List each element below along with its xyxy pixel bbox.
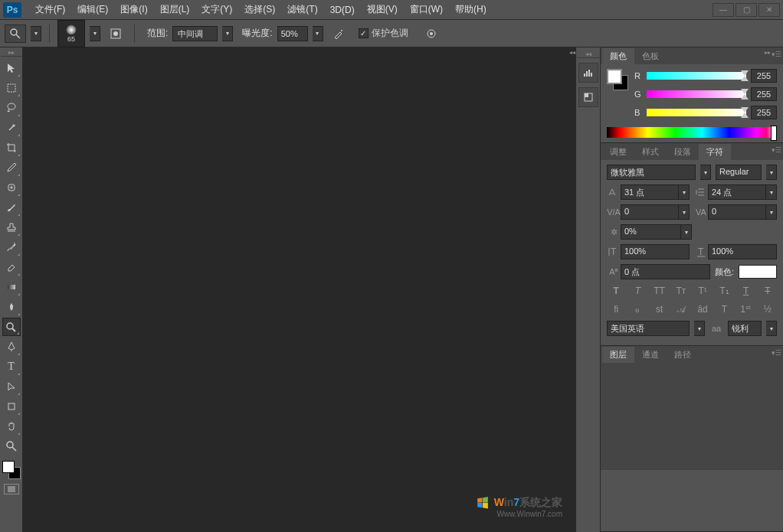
close-button[interactable]: ✕: [758, 3, 780, 17]
tab-styles[interactable]: 样式: [634, 144, 667, 160]
ot-titling[interactable]: T: [717, 302, 731, 316]
layers-panel-menu-icon[interactable]: ▾☰: [772, 349, 781, 357]
tab-layers[interactable]: 图层: [602, 347, 634, 363]
small-caps[interactable]: Tт: [674, 284, 688, 298]
ot-fractions[interactable]: ½: [761, 302, 775, 316]
type-tool[interactable]: T: [2, 357, 21, 376]
tab-channels[interactable]: 通道: [634, 347, 667, 363]
color-fg-swatch[interactable]: [607, 69, 622, 84]
minimize-button[interactable]: —: [713, 3, 734, 17]
tool-preset-icon[interactable]: [5, 24, 26, 43]
menu-help[interactable]: 帮助(H): [449, 0, 493, 19]
r-input[interactable]: [751, 69, 777, 83]
strikethrough[interactable]: T: [761, 284, 775, 298]
canvas-collapse-icon[interactable]: ◂◂: [568, 47, 576, 57]
ot-ligatures[interactable]: fi: [609, 302, 623, 316]
marquee-tool[interactable]: [2, 79, 21, 97]
leading-input[interactable]: 24 点: [708, 184, 766, 200]
info-dock-icon[interactable]: [578, 87, 598, 107]
color-collapse-icon[interactable]: ▸▸: [765, 49, 771, 56]
path-selection-tool[interactable]: [2, 377, 21, 396]
gradient-tool[interactable]: [2, 278, 21, 296]
menu-type[interactable]: 文字(Y): [195, 0, 238, 19]
menu-filter[interactable]: 滤镜(T): [281, 0, 323, 19]
toolbox-collapse[interactable]: ▸▸: [1, 49, 22, 57]
eraser-tool[interactable]: [2, 258, 21, 276]
pressure-icon[interactable]: [421, 24, 442, 43]
text-color-picker[interactable]: [739, 265, 777, 279]
language-dropdown[interactable]: ▾: [694, 321, 705, 336]
history-brush-tool[interactable]: [2, 238, 21, 256]
brush-preview[interactable]: 65: [57, 20, 85, 47]
foreground-color-swatch[interactable]: [2, 461, 15, 473]
tab-swatches[interactable]: 色板: [634, 48, 667, 64]
tab-character[interactable]: 字符: [699, 144, 731, 160]
airbrush-icon[interactable]: [328, 24, 349, 43]
g-input[interactable]: [751, 87, 777, 101]
tab-paths[interactable]: 路径: [667, 347, 699, 363]
ot-ordinals[interactable]: 1ˢᵗ: [739, 302, 753, 316]
layers-body[interactable]: [601, 363, 783, 470]
font-family-select[interactable]: 微软雅黑: [607, 165, 696, 180]
tool-preset-dropdown[interactable]: ▾: [31, 26, 41, 41]
g-slider[interactable]: [647, 90, 746, 98]
canvas-area[interactable]: ◂◂ Win7系统之家 Www.Winwin7.com: [23, 47, 576, 532]
ot-stylistic[interactable]: ād: [696, 302, 709, 316]
foreground-background-colors[interactable]: [2, 461, 21, 479]
b-slider[interactable]: [647, 109, 746, 116]
scale-input[interactable]: 0%: [621, 224, 681, 240]
exposure-input[interactable]: [277, 26, 308, 41]
exposure-dropdown[interactable]: ▾: [313, 26, 323, 41]
color-panel-menu-icon[interactable]: ▾☰: [772, 51, 781, 58]
font-family-dropdown[interactable]: ▾: [700, 165, 711, 180]
tab-adjustments[interactable]: 调整: [602, 144, 634, 160]
font-size-dropdown[interactable]: ▾: [679, 184, 690, 200]
font-style-select[interactable]: Regular: [716, 165, 762, 180]
dock-collapse[interactable]: ◂◂: [577, 51, 600, 58]
menu-3d[interactable]: 3D(D): [324, 2, 361, 18]
magic-wand-tool[interactable]: [2, 119, 21, 137]
pen-tool[interactable]: [2, 338, 21, 356]
stamp-tool[interactable]: [2, 218, 21, 237]
brush-tool[interactable]: [2, 198, 21, 217]
hscale-input[interactable]: 100%: [708, 244, 777, 259]
menu-window[interactable]: 窗口(W): [404, 0, 449, 19]
healing-tool[interactable]: [2, 178, 21, 197]
vscale-input[interactable]: 100%: [621, 244, 690, 259]
brush-dropdown[interactable]: ▾: [90, 26, 100, 41]
hand-tool[interactable]: [2, 417, 21, 436]
underline[interactable]: T: [739, 284, 753, 298]
crop-tool[interactable]: [2, 139, 21, 157]
tab-color[interactable]: 颜色: [602, 48, 634, 64]
protect-tones-checkbox[interactable]: ✓: [359, 28, 369, 38]
brush-panel-icon[interactable]: [105, 24, 126, 43]
tab-paragraph[interactable]: 段落: [667, 144, 699, 160]
font-size-input[interactable]: 31 点: [621, 184, 679, 200]
kerning-dropdown[interactable]: ▾: [679, 204, 690, 220]
kerning-input[interactable]: 0: [621, 204, 679, 220]
b-input[interactable]: [751, 106, 777, 119]
color-fg-bg-swatches[interactable]: [607, 69, 628, 90]
eyedropper-tool[interactable]: [2, 158, 21, 177]
font-style-dropdown[interactable]: ▾: [766, 165, 777, 180]
ot-discretionary[interactable]: st: [653, 302, 667, 316]
faux-italic[interactable]: T: [631, 284, 644, 298]
superscript[interactable]: T¹: [696, 284, 709, 298]
maximize-button[interactable]: ▢: [735, 3, 757, 17]
zoom-tool[interactable]: [2, 437, 21, 455]
menu-file[interactable]: 文件(F): [29, 0, 71, 19]
blur-tool[interactable]: [2, 298, 21, 316]
language-select[interactable]: 美国英语: [607, 321, 690, 336]
tracking-input[interactable]: 0: [708, 204, 766, 220]
tracking-dropdown[interactable]: ▾: [766, 204, 777, 220]
menu-image[interactable]: 图像(I): [114, 0, 153, 19]
menu-select[interactable]: 选择(S): [238, 0, 281, 19]
faux-bold[interactable]: T: [609, 284, 623, 298]
ot-swash[interactable]: 𝒜: [674, 302, 688, 316]
r-slider[interactable]: [647, 72, 746, 80]
menu-layer[interactable]: 图层(L): [154, 0, 196, 19]
menu-edit[interactable]: 编辑(E): [71, 0, 114, 19]
quick-mask-toggle[interactable]: [4, 484, 19, 494]
shape-tool[interactable]: [2, 397, 21, 416]
char-panel-menu-icon[interactable]: ▾☰: [772, 146, 781, 154]
